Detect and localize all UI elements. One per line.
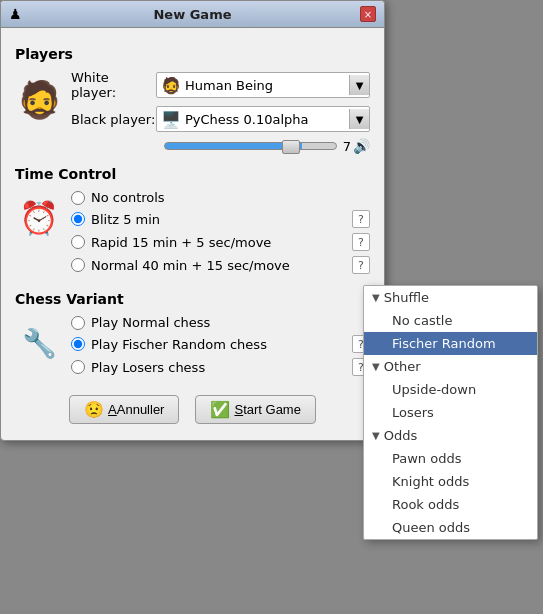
cancel-label: AAnnuller [108, 402, 164, 417]
difficulty-slider[interactable] [164, 142, 337, 150]
rapid-help-icon[interactable]: ? [352, 233, 370, 251]
normal-chess-label: Play Normal chess [91, 315, 370, 330]
slider-value: 7 [343, 139, 351, 154]
wrench-icon: 🔧 [15, 315, 63, 371]
losers-item[interactable]: Losers [364, 401, 537, 424]
time-option-3: Normal 40 min + 15 sec/move ? [71, 256, 370, 274]
normal-label: Normal 40 min + 15 sec/move [91, 258, 352, 273]
shuffle-group-header: ▼ Shuffle [364, 286, 537, 309]
normal-radio[interactable] [71, 258, 85, 272]
blitz-help-icon[interactable]: ? [352, 210, 370, 228]
white-select-arrow: ▼ [349, 75, 369, 95]
new-game-dialog: ♟ New Game × Players 🧔 White player: 🧔 H… [0, 0, 385, 441]
losers-radio[interactable] [71, 360, 85, 374]
start-label: Start Game [234, 402, 300, 417]
fischer-random-radio[interactable] [71, 337, 85, 351]
other-group-label: Other [384, 359, 421, 374]
no-controls-label: No controls [91, 190, 370, 205]
slider-end-icon: 🔊 [353, 138, 370, 154]
variant-option-0: Play Normal chess [71, 315, 370, 330]
odds-group-label: Odds [384, 428, 418, 443]
button-row: 😟 AAnnuller ✅ Start Game [15, 395, 370, 428]
other-group-header: ▼ Other [364, 355, 537, 378]
clock-icon: ⏰ [15, 190, 63, 246]
black-select-icon: 🖥️ [161, 110, 181, 129]
variant-section: 🔧 Play Normal chess Play Fischer Random … [15, 315, 370, 381]
shuffle-group-label: Shuffle [384, 290, 429, 305]
upside-down-item[interactable]: Upside-down [364, 378, 537, 401]
players-section-header: Players [15, 46, 370, 62]
variant-section-header: Chess Variant [15, 291, 370, 307]
cancel-button[interactable]: 😟 AAnnuller [69, 395, 179, 424]
black-player-label: Black player: [71, 112, 156, 127]
rapid-radio[interactable] [71, 235, 85, 249]
other-arrow-icon: ▼ [372, 361, 380, 372]
odds-arrow-icon: ▼ [372, 430, 380, 441]
normal-help-icon[interactable]: ? [352, 256, 370, 274]
fischer-random-label: Play Fischer Random chess [91, 337, 352, 352]
white-player-row: White player: 🧔 Human Being ▼ [71, 70, 370, 100]
blitz-radio[interactable] [71, 212, 85, 226]
fischer-random-item[interactable]: Fischer Random [364, 332, 537, 355]
slider-thumb [282, 140, 300, 154]
time-section: ⏰ No controls Blitz 5 min ? Rapid 15 min… [15, 190, 370, 279]
no-castle-item[interactable]: No castle [364, 309, 537, 332]
white-player-value: Human Being [185, 78, 273, 93]
start-icon: ✅ [210, 400, 230, 419]
white-select-icon: 🧔 [161, 76, 181, 95]
variant-dropdown: ▼ Shuffle No castle Fischer Random ▼ Oth… [363, 285, 538, 540]
rook-odds-item[interactable]: Rook odds [364, 493, 537, 516]
black-select-inner: 🖥️ PyChess 0.10alpha [161, 110, 345, 129]
white-player-select[interactable]: 🧔 Human Being ▼ [156, 72, 370, 98]
pawn-odds-item[interactable]: Pawn odds [364, 447, 537, 470]
player-fields: White player: 🧔 Human Being ▼ Black play… [71, 70, 370, 154]
close-icon: × [364, 9, 372, 20]
time-option-0: No controls [71, 190, 370, 205]
black-player-row: Black player: 🖥️ PyChess 0.10alpha ▼ [71, 106, 370, 132]
players-section: 🧔 White player: 🧔 Human Being ▼ Black pl… [15, 70, 370, 154]
black-player-value: PyChess 0.10alpha [185, 112, 309, 127]
dialog-icon: ♟ [9, 6, 25, 22]
queen-odds-item[interactable]: Queen odds [364, 516, 537, 539]
black-select-arrow: ▼ [349, 109, 369, 129]
difficulty-slider-row: 7 🔊 [164, 138, 370, 154]
dialog-titlebar: ♟ New Game × [1, 1, 384, 28]
time-option-1: Blitz 5 min ? [71, 210, 370, 228]
blitz-label: Blitz 5 min [91, 212, 352, 227]
white-select-inner: 🧔 Human Being [161, 76, 345, 95]
variant-option-2: Play Losers chess ? [71, 358, 370, 376]
rapid-label: Rapid 15 min + 5 sec/move [91, 235, 352, 250]
start-button[interactable]: ✅ Start Game [195, 395, 315, 424]
normal-chess-radio[interactable] [71, 316, 85, 330]
no-controls-radio[interactable] [71, 191, 85, 205]
knight-odds-item[interactable]: Knight odds [364, 470, 537, 493]
variant-radio-group: Play Normal chess Play Fischer Random ch… [71, 315, 370, 381]
variant-option-1: Play Fischer Random chess ? [71, 335, 370, 353]
time-option-2: Rapid 15 min + 5 sec/move ? [71, 233, 370, 251]
close-button[interactable]: × [360, 6, 376, 22]
white-player-icon: 🧔 [15, 74, 63, 126]
dialog-title: New Game [25, 7, 360, 22]
time-section-header: Time Control [15, 166, 370, 182]
cancel-icon: 😟 [84, 400, 104, 419]
odds-group-header: ▼ Odds [364, 424, 537, 447]
shuffle-arrow-icon: ▼ [372, 292, 380, 303]
black-player-select[interactable]: 🖥️ PyChess 0.10alpha ▼ [156, 106, 370, 132]
time-radio-group: No controls Blitz 5 min ? Rapid 15 min +… [71, 190, 370, 279]
white-player-label: White player: [71, 70, 156, 100]
losers-label: Play Losers chess [91, 360, 352, 375]
dialog-body: Players 🧔 White player: 🧔 Human Being ▼ … [1, 28, 384, 440]
